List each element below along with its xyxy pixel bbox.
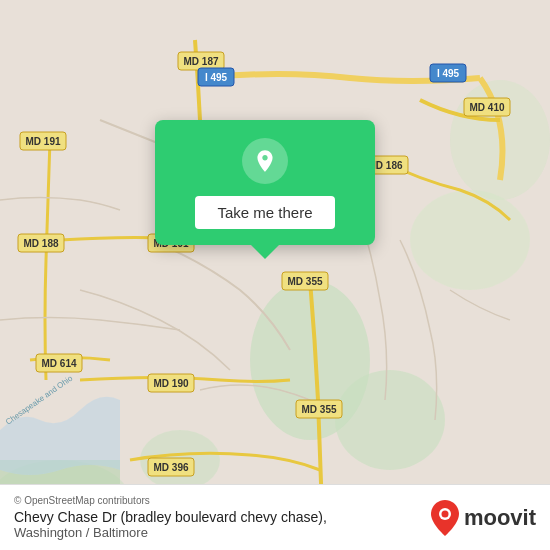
- location-subtitle: Washington / Baltimore: [14, 525, 327, 540]
- svg-text:MD 190: MD 190: [153, 378, 188, 389]
- svg-text:MD 355: MD 355: [301, 404, 336, 415]
- svg-point-6: [410, 190, 530, 290]
- take-me-there-button[interactable]: Take me there: [195, 196, 334, 229]
- svg-text:I 495: I 495: [437, 68, 460, 79]
- map-background: MD 187 I 495 I 495 MD 410 MD 191 MD 186 …: [0, 0, 550, 550]
- svg-point-2: [335, 370, 445, 470]
- svg-point-38: [441, 510, 448, 517]
- svg-text:MD 191: MD 191: [25, 136, 60, 147]
- location-title: Chevy Chase Dr (bradley boulevard chevy …: [14, 509, 327, 525]
- moovit-logo: moovit: [431, 500, 536, 536]
- moovit-pin-icon: [431, 500, 459, 536]
- svg-text:MD 410: MD 410: [469, 102, 504, 113]
- svg-text:MD 396: MD 396: [153, 462, 188, 473]
- svg-text:I 495: I 495: [205, 72, 228, 83]
- svg-text:MD 355: MD 355: [287, 276, 322, 287]
- bottom-left: © OpenStreetMap contributors Chevy Chase…: [14, 495, 327, 540]
- location-icon-wrap: [242, 138, 288, 184]
- bottom-bar: © OpenStreetMap contributors Chevy Chase…: [0, 484, 550, 550]
- map-container: MD 187 I 495 I 495 MD 410 MD 191 MD 186 …: [0, 0, 550, 550]
- popup-card: Take me there: [155, 120, 375, 245]
- svg-text:MD 187: MD 187: [183, 56, 218, 67]
- moovit-logo-text: moovit: [464, 505, 536, 531]
- attribution-text: © OpenStreetMap contributors: [14, 495, 327, 506]
- svg-text:MD 614: MD 614: [41, 358, 76, 369]
- svg-text:MD 188: MD 188: [23, 238, 58, 249]
- location-pin-icon: [252, 148, 278, 174]
